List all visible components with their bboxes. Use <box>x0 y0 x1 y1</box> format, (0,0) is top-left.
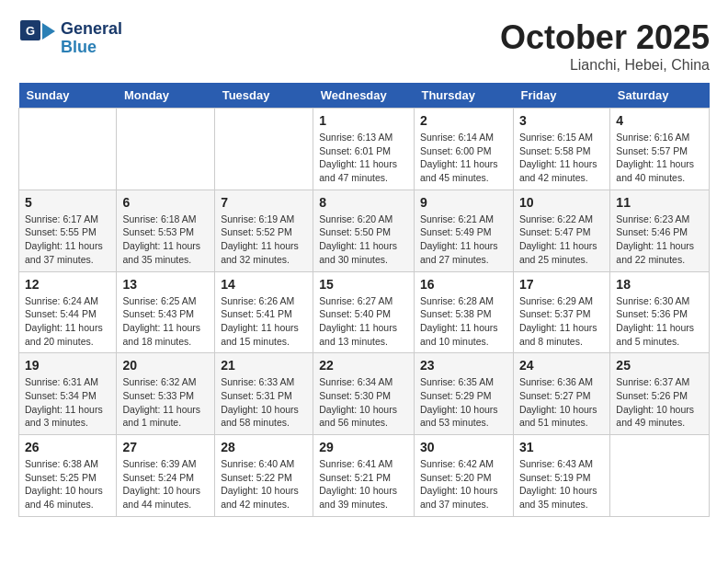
calendar-header-row: SundayMondayTuesdayWednesdayThursdayFrid… <box>19 83 710 109</box>
day-info: Sunrise: 6:34 AM Sunset: 5:30 PM Dayligh… <box>319 375 408 430</box>
calendar-cell: 30Sunrise: 6:42 AM Sunset: 5:20 PM Dayli… <box>414 435 513 517</box>
page-header: G General Blue October 2025 Lianchi, Heb… <box>18 18 710 74</box>
day-number: 22 <box>319 358 408 373</box>
calendar-cell: 8Sunrise: 6:20 AM Sunset: 5:50 PM Daylig… <box>313 190 415 271</box>
day-number: 13 <box>122 277 209 292</box>
day-number: 29 <box>319 440 408 454</box>
day-number: 18 <box>616 277 703 292</box>
day-number: 23 <box>420 358 507 373</box>
day-number: 12 <box>25 277 110 292</box>
day-info: Sunrise: 6:23 AM Sunset: 5:46 PM Dayligh… <box>616 213 703 267</box>
day-info: Sunrise: 6:22 AM Sunset: 5:47 PM Dayligh… <box>519 213 604 267</box>
day-number: 16 <box>420 277 507 292</box>
calendar-cell: 31Sunrise: 6:43 AM Sunset: 5:19 PM Dayli… <box>513 435 609 517</box>
day-number: 7 <box>221 195 307 210</box>
calendar-cell: 6Sunrise: 6:18 AM Sunset: 5:53 PM Daylig… <box>117 190 215 271</box>
day-info: Sunrise: 6:13 AM Sunset: 6:01 PM Dayligh… <box>319 131 408 185</box>
day-info: Sunrise: 6:14 AM Sunset: 6:00 PM Dayligh… <box>420 131 507 185</box>
day-number: 15 <box>319 277 408 292</box>
calendar-cell: 16Sunrise: 6:28 AM Sunset: 5:38 PM Dayli… <box>414 271 513 353</box>
day-number: 9 <box>420 195 507 210</box>
day-info: Sunrise: 6:20 AM Sunset: 5:50 PM Dayligh… <box>319 213 408 267</box>
day-info: Sunrise: 6:27 AM Sunset: 5:40 PM Dayligh… <box>319 294 408 349</box>
day-info: Sunrise: 6:31 AM Sunset: 5:34 PM Dayligh… <box>25 375 110 430</box>
logo-line1: General <box>61 20 122 39</box>
calendar-week-row: 12Sunrise: 6:24 AM Sunset: 5:44 PM Dayli… <box>19 271 710 353</box>
month-title: October 2025 <box>500 18 710 57</box>
day-info: Sunrise: 6:16 AM Sunset: 5:57 PM Dayligh… <box>616 131 703 185</box>
calendar-cell: 19Sunrise: 6:31 AM Sunset: 5:34 PM Dayli… <box>19 353 117 435</box>
day-info: Sunrise: 6:39 AM Sunset: 5:24 PM Dayligh… <box>122 457 209 511</box>
calendar-cell: 25Sunrise: 6:37 AM Sunset: 5:26 PM Dayli… <box>610 353 710 435</box>
calendar-week-row: 1Sunrise: 6:13 AM Sunset: 6:01 PM Daylig… <box>19 109 710 190</box>
calendar-cell: 23Sunrise: 6:35 AM Sunset: 5:29 PM Dayli… <box>414 353 513 435</box>
logo: G General Blue <box>18 18 122 59</box>
day-number: 30 <box>420 440 507 454</box>
calendar-cell: 13Sunrise: 6:25 AM Sunset: 5:43 PM Dayli… <box>117 271 215 353</box>
calendar-cell: 4Sunrise: 6:16 AM Sunset: 5:57 PM Daylig… <box>610 109 710 190</box>
calendar-cell: 7Sunrise: 6:19 AM Sunset: 5:52 PM Daylig… <box>215 190 313 271</box>
day-info: Sunrise: 6:21 AM Sunset: 5:49 PM Dayligh… <box>420 213 507 267</box>
day-of-week-header: Monday <box>117 83 215 109</box>
calendar-cell: 17Sunrise: 6:29 AM Sunset: 5:37 PM Dayli… <box>513 271 609 353</box>
calendar-cell <box>19 109 117 190</box>
day-info: Sunrise: 6:26 AM Sunset: 5:41 PM Dayligh… <box>221 294 307 349</box>
day-number: 10 <box>519 195 604 210</box>
day-number: 3 <box>519 113 604 128</box>
day-info: Sunrise: 6:32 AM Sunset: 5:33 PM Dayligh… <box>122 375 209 430</box>
calendar-cell: 28Sunrise: 6:40 AM Sunset: 5:22 PM Dayli… <box>215 435 313 517</box>
day-of-week-header: Sunday <box>19 83 117 109</box>
day-number: 27 <box>122 440 209 454</box>
day-info: Sunrise: 6:29 AM Sunset: 5:37 PM Dayligh… <box>519 294 604 349</box>
calendar-cell: 27Sunrise: 6:39 AM Sunset: 5:24 PM Dayli… <box>117 435 215 517</box>
day-number: 11 <box>616 195 703 210</box>
day-info: Sunrise: 6:25 AM Sunset: 5:43 PM Dayligh… <box>122 294 209 349</box>
calendar-cell <box>610 435 710 517</box>
calendar-cell: 14Sunrise: 6:26 AM Sunset: 5:41 PM Dayli… <box>215 271 313 353</box>
calendar-cell <box>117 109 215 190</box>
day-info: Sunrise: 6:43 AM Sunset: 5:19 PM Dayligh… <box>519 457 604 511</box>
day-number: 25 <box>616 358 703 373</box>
logo-line2: Blue <box>61 39 122 57</box>
day-number: 21 <box>221 358 307 373</box>
calendar-cell: 21Sunrise: 6:33 AM Sunset: 5:31 PM Dayli… <box>215 353 313 435</box>
calendar-cell: 29Sunrise: 6:41 AM Sunset: 5:21 PM Dayli… <box>313 435 415 517</box>
calendar-week-row: 26Sunrise: 6:38 AM Sunset: 5:25 PM Dayli… <box>19 435 710 517</box>
day-info: Sunrise: 6:30 AM Sunset: 5:36 PM Dayligh… <box>616 294 703 349</box>
day-info: Sunrise: 6:41 AM Sunset: 5:21 PM Dayligh… <box>319 457 408 511</box>
day-of-week-header: Tuesday <box>215 83 313 109</box>
day-info: Sunrise: 6:35 AM Sunset: 5:29 PM Dayligh… <box>420 375 507 430</box>
calendar-week-row: 19Sunrise: 6:31 AM Sunset: 5:34 PM Dayli… <box>19 353 710 435</box>
day-number: 19 <box>25 358 110 373</box>
svg-marker-2 <box>42 23 55 40</box>
day-number: 4 <box>616 113 703 128</box>
day-number: 14 <box>221 277 307 292</box>
day-info: Sunrise: 6:42 AM Sunset: 5:20 PM Dayligh… <box>420 457 507 511</box>
calendar-body: 1Sunrise: 6:13 AM Sunset: 6:01 PM Daylig… <box>19 109 710 517</box>
day-info: Sunrise: 6:28 AM Sunset: 5:38 PM Dayligh… <box>420 294 507 349</box>
calendar-cell: 9Sunrise: 6:21 AM Sunset: 5:49 PM Daylig… <box>414 190 513 271</box>
calendar-cell: 11Sunrise: 6:23 AM Sunset: 5:46 PM Dayli… <box>610 190 710 271</box>
calendar-cell: 20Sunrise: 6:32 AM Sunset: 5:33 PM Dayli… <box>117 353 215 435</box>
day-number: 20 <box>122 358 209 373</box>
day-info: Sunrise: 6:40 AM Sunset: 5:22 PM Dayligh… <box>221 457 307 511</box>
calendar-cell: 15Sunrise: 6:27 AM Sunset: 5:40 PM Dayli… <box>313 271 415 353</box>
day-info: Sunrise: 6:15 AM Sunset: 5:58 PM Dayligh… <box>519 131 604 185</box>
svg-text:G: G <box>26 24 35 38</box>
calendar-cell: 10Sunrise: 6:22 AM Sunset: 5:47 PM Dayli… <box>513 190 609 271</box>
day-number: 5 <box>25 195 110 210</box>
calendar-cell <box>215 109 313 190</box>
calendar-week-row: 5Sunrise: 6:17 AM Sunset: 5:55 PM Daylig… <box>19 190 710 271</box>
day-number: 8 <box>319 195 408 210</box>
calendar-cell: 3Sunrise: 6:15 AM Sunset: 5:58 PM Daylig… <box>513 109 609 190</box>
calendar-cell: 22Sunrise: 6:34 AM Sunset: 5:30 PM Dayli… <box>313 353 415 435</box>
day-info: Sunrise: 6:36 AM Sunset: 5:27 PM Dayligh… <box>519 375 604 430</box>
day-number: 24 <box>519 358 604 373</box>
calendar-cell: 26Sunrise: 6:38 AM Sunset: 5:25 PM Dayli… <box>19 435 117 517</box>
calendar-cell: 24Sunrise: 6:36 AM Sunset: 5:27 PM Dayli… <box>513 353 609 435</box>
day-info: Sunrise: 6:24 AM Sunset: 5:44 PM Dayligh… <box>25 294 110 349</box>
calendar-cell: 12Sunrise: 6:24 AM Sunset: 5:44 PM Dayli… <box>19 271 117 353</box>
day-of-week-header: Friday <box>513 83 609 109</box>
day-number: 2 <box>420 113 507 128</box>
day-info: Sunrise: 6:33 AM Sunset: 5:31 PM Dayligh… <box>221 375 307 430</box>
